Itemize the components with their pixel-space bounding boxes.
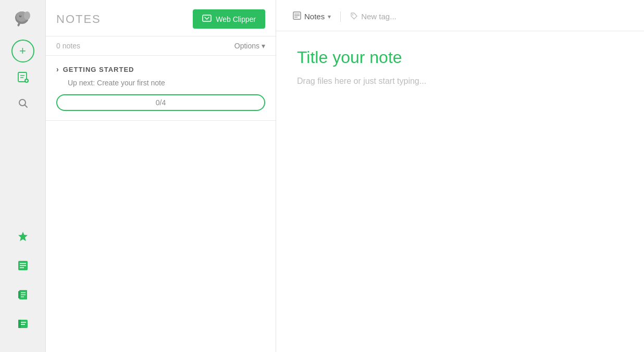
options-label: Options (234, 42, 259, 50)
getting-started-header[interactable]: › GETTING STARTED (56, 65, 265, 73)
web-clipper-label: Web Clipper (216, 15, 256, 23)
note-title-placeholder[interactable]: Title your note (297, 48, 623, 67)
svg-point-2 (24, 11, 30, 20)
editor-toolbar: Notes ▾ New tag... (276, 0, 644, 31)
svg-line-12 (24, 105, 27, 107)
editor-area: Notes ▾ New tag... Title your note Drag … (276, 0, 644, 352)
new-note-button[interactable] (11, 67, 34, 90)
tag-icon (17, 318, 29, 332)
toolbar-divider (340, 11, 341, 22)
svg-point-32 (352, 14, 353, 15)
notes-header: NOTES Web Clipper (46, 0, 276, 36)
getting-started-title: GETTING STARTED (63, 66, 134, 73)
progress-bar: 0/4 (56, 94, 265, 111)
svg-point-4 (20, 16, 21, 17)
app-logo[interactable] (11, 6, 34, 29)
search-button[interactable] (11, 93, 34, 116)
notes-panel: NOTES Web Clipper 0 notes Options ▾ › GE… (46, 0, 276, 352)
plus-icon: + (19, 44, 26, 58)
tags-button[interactable] (11, 313, 34, 336)
options-button[interactable]: Options ▾ (234, 42, 265, 50)
toolbar-note-icon (293, 11, 301, 21)
web-clipper-button[interactable]: Web Clipper (193, 9, 265, 29)
notes-count: 0 notes (56, 42, 80, 50)
notes-panel-title: NOTES (56, 12, 101, 26)
web-clipper-icon (202, 15, 212, 23)
new-tag-label: New tag... (361, 12, 397, 21)
options-chevron-icon: ▾ (262, 42, 265, 50)
new-note-icon (17, 71, 29, 85)
svg-marker-13 (18, 232, 28, 241)
editor-content[interactable]: Title your note Drag files here or just … (276, 31, 644, 352)
getting-started-subtitle: Up next: Create your first note (68, 79, 265, 87)
notebook-icon (17, 289, 29, 303)
notes-list-icon (17, 260, 29, 274)
add-button[interactable]: + (11, 40, 34, 62)
notes-list-button[interactable] (11, 255, 34, 278)
svg-rect-27 (203, 15, 211, 21)
notebooks-button[interactable] (11, 284, 34, 307)
new-tag-button[interactable]: New tag... (346, 10, 401, 23)
svg-rect-19 (18, 291, 20, 298)
shortcuts-button[interactable] (11, 226, 34, 249)
star-icon (17, 231, 29, 245)
toolbar-tag-icon (350, 12, 358, 21)
getting-started-section: › GETTING STARTED Up next: Create your f… (46, 56, 276, 121)
note-body-placeholder[interactable]: Drag files here or just start typing... (297, 77, 623, 86)
search-icon (18, 98, 28, 111)
svg-rect-26 (18, 320, 21, 328)
notes-meta: 0 notes Options ▾ (46, 36, 276, 56)
chevron-right-icon: › (56, 65, 59, 73)
toolbar-notes-button[interactable]: Notes ▾ (289, 9, 335, 23)
sidebar: + (0, 0, 46, 352)
toolbar-notes-label: Notes (304, 12, 325, 21)
toolbar-chevron-down-icon: ▾ (328, 13, 331, 20)
progress-text: 0/4 (156, 98, 166, 107)
sidebar-bottom-nav (11, 226, 34, 340)
